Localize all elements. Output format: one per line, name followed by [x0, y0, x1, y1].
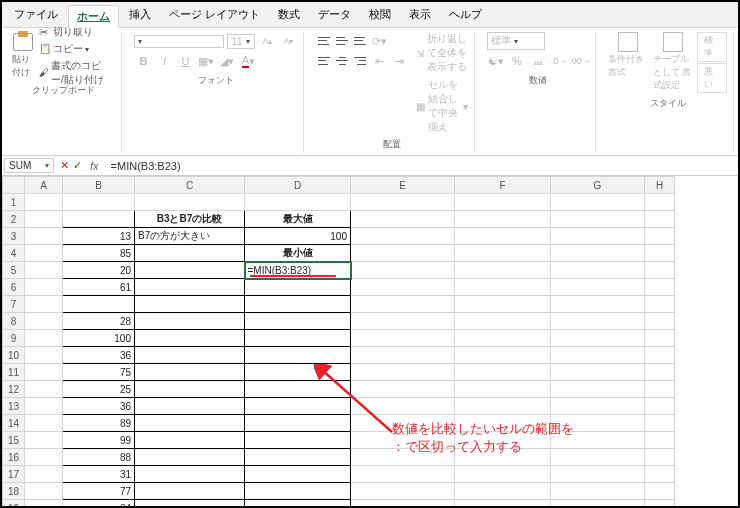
cell[interactable]: 28 [63, 313, 135, 330]
formula-bar[interactable]: =MIN(B3:B23) [107, 159, 738, 173]
cell[interactable]: 85 [63, 245, 135, 262]
cell[interactable]: 31 [63, 466, 135, 483]
row-header[interactable]: 8 [3, 313, 25, 330]
row-header[interactable]: 3 [3, 228, 25, 245]
row-header[interactable]: 9 [3, 330, 25, 347]
tab-insert[interactable]: 挿入 [121, 4, 159, 27]
cell[interactable]: 89 [63, 415, 135, 432]
copy-button[interactable]: コピー▾ [37, 41, 115, 57]
increase-decimal-button[interactable]: .0→ [550, 52, 568, 70]
conditional-format-button[interactable]: 条件付き 書式 [608, 32, 649, 79]
cell[interactable]: 61 [63, 279, 135, 296]
row-header[interactable]: 2 [3, 211, 25, 228]
increase-font-button[interactable]: A▴ [258, 32, 276, 50]
worksheet[interactable]: ABCDEFGH 1 2B3とB7の比較最大値 313B7の方が大きい100 4… [2, 176, 738, 508]
row-header[interactable]: 18 [3, 483, 25, 500]
row-header[interactable]: 7 [3, 296, 25, 313]
col-header-F[interactable]: F [455, 177, 551, 194]
fill-color-button[interactable]: ◢▾ [218, 52, 236, 70]
cell[interactable]: B3とB7の比較 [135, 211, 245, 228]
align-top-button[interactable] [316, 34, 332, 48]
underline-button[interactable]: U [176, 52, 194, 70]
align-right-button[interactable] [352, 54, 368, 68]
decrease-indent-button[interactable]: ⇤ [370, 52, 388, 70]
cell[interactable]: 100 [245, 228, 351, 245]
cell-style-bad[interactable]: 悪い [697, 63, 727, 93]
cell[interactable]: 99 [63, 432, 135, 449]
tab-layout[interactable]: ページ レイアウト [161, 4, 268, 27]
tab-review[interactable]: 校閲 [361, 4, 399, 27]
col-header-B[interactable]: B [63, 177, 135, 194]
cell[interactable]: 最小値 [245, 245, 351, 262]
row-header[interactable]: 17 [3, 466, 25, 483]
row-header[interactable]: 13 [3, 398, 25, 415]
col-header-G[interactable]: G [551, 177, 645, 194]
ribbon-tabs: ファイル ホーム 挿入 ページ レイアウト 数式 データ 校閲 表示 ヘルプ [2, 2, 738, 27]
align-middle-button[interactable] [334, 34, 350, 48]
col-header-C[interactable]: C [135, 177, 245, 194]
cell[interactable]: 34 [63, 500, 135, 509]
row-header[interactable]: 19 [3, 500, 25, 509]
font-size-dropdown[interactable]: 11 [227, 34, 255, 49]
cell[interactable]: B7の方が大きい [135, 228, 245, 245]
orientation-button[interactable]: ⟳▾ [370, 32, 388, 50]
italic-button[interactable]: I [155, 52, 173, 70]
tab-view[interactable]: 表示 [401, 4, 439, 27]
align-bottom-button[interactable] [352, 34, 368, 48]
col-header-A[interactable]: A [25, 177, 63, 194]
cell[interactable]: 88 [63, 449, 135, 466]
row-header[interactable]: 15 [3, 432, 25, 449]
row-header[interactable]: 5 [3, 262, 25, 279]
paste-label: 貼り付け [12, 53, 34, 79]
grid: ABCDEFGH 1 2B3とB7の比較最大値 313B7の方が大きい100 4… [2, 176, 675, 508]
format-as-table-button[interactable]: テーブルとして 書式設定 [653, 32, 694, 92]
decrease-decimal-button[interactable]: .00→ [571, 52, 589, 70]
border-button[interactable]: ▦▾ [197, 52, 215, 70]
enter-formula-button[interactable]: ✓ [73, 159, 82, 172]
row-header[interactable]: 11 [3, 364, 25, 381]
row-header[interactable]: 1 [3, 194, 25, 211]
tab-formulas[interactable]: 数式 [270, 4, 308, 27]
tab-help[interactable]: ヘルプ [441, 4, 490, 27]
cell[interactable]: 13 [63, 228, 135, 245]
col-header-D[interactable]: D [245, 177, 351, 194]
tab-data[interactable]: データ [310, 4, 359, 27]
font-name-dropdown[interactable] [134, 35, 224, 48]
row-header[interactable]: 6 [3, 279, 25, 296]
row-header[interactable]: 4 [3, 245, 25, 262]
cell[interactable]: 36 [63, 398, 135, 415]
cancel-formula-button[interactable]: ✕ [60, 159, 69, 172]
wrap-text-button[interactable]: ⇲ 折り返して全体を表示する [416, 32, 468, 74]
increase-indent-button[interactable]: ⇥ [390, 52, 408, 70]
cell[interactable]: 36 [63, 347, 135, 364]
tab-home[interactable]: ホーム [68, 5, 119, 28]
active-cell[interactable]: =MIN(B3:B23) [245, 262, 351, 279]
number-format-dropdown[interactable]: 標準 [487, 32, 545, 50]
cell[interactable]: 25 [63, 381, 135, 398]
align-center-button[interactable] [334, 54, 350, 68]
row-header[interactable]: 10 [3, 347, 25, 364]
row-header[interactable]: 14 [3, 415, 25, 432]
name-box[interactable]: SUM [4, 158, 54, 173]
decrease-font-button[interactable]: A▾ [279, 32, 297, 50]
align-left-button[interactable] [316, 54, 332, 68]
cell[interactable]: 77 [63, 483, 135, 500]
cell[interactable]: 20 [63, 262, 135, 279]
comma-button[interactable]: ⅏ [529, 52, 547, 70]
font-color-button[interactable]: A▾ [239, 52, 257, 70]
cell[interactable]: 100 [63, 330, 135, 347]
row-header[interactable]: 16 [3, 449, 25, 466]
cell-style-normal[interactable]: 標準 [697, 32, 727, 62]
cell[interactable]: 75 [63, 364, 135, 381]
col-header-H[interactable]: H [645, 177, 675, 194]
row-header[interactable]: 12 [3, 381, 25, 398]
percent-button[interactable]: % [508, 52, 526, 70]
paste-button[interactable]: 貼り付け [12, 33, 34, 79]
accounting-button[interactable]: ☯▾ [487, 52, 505, 70]
fx-icon[interactable]: fx [90, 160, 99, 172]
bold-button[interactable]: B [134, 52, 152, 70]
col-header-E[interactable]: E [351, 177, 455, 194]
cell[interactable]: 最大値 [245, 211, 351, 228]
select-all[interactable] [3, 177, 25, 194]
merge-center-button[interactable]: ▦ セルを結合して中央揃え ▾ [416, 78, 468, 134]
